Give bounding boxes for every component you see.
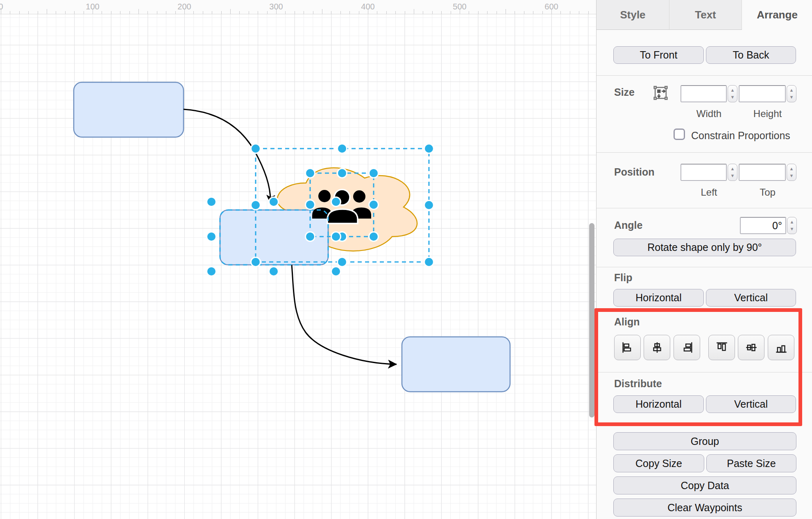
width-caption: Width (680, 108, 737, 120)
angle-input[interactable]: 0° (740, 217, 786, 234)
top-input[interactable] (739, 164, 786, 181)
section-divider (597, 372, 812, 372)
icon-box-handle[interactable] (306, 232, 315, 241)
paste-size-button[interactable]: Paste Size (706, 454, 796, 472)
rect-handle[interactable] (331, 267, 341, 276)
rect-handle[interactable] (207, 232, 216, 241)
flip-label: Flip (614, 272, 632, 284)
align-left-button[interactable] (614, 335, 641, 360)
rounded-rect-top-left[interactable] (74, 82, 184, 137)
tab-style[interactable]: Style (597, 0, 669, 30)
angle-stepper[interactable]: ▲▼ (787, 217, 797, 234)
height-caption: Height (739, 108, 796, 120)
distribute-label: Distribute (614, 378, 662, 390)
to-back-button[interactable]: To Back (706, 46, 796, 64)
align-label: Align (614, 316, 640, 328)
rounded-rect-bottom-right[interactable] (402, 337, 510, 392)
section-divider (597, 208, 812, 208)
align-top-button[interactable] (708, 335, 735, 360)
diagram-canvas[interactable]: 0100200300400500600 (0, 0, 596, 519)
connector-arrow-2[interactable] (292, 265, 397, 364)
diagram-layer (0, 0, 596, 519)
rect-handle[interactable] (207, 197, 216, 207)
constrain-proportions-checkbox[interactable] (674, 129, 685, 140)
rotate-90-button[interactable]: Rotate shape only by 90° (613, 239, 796, 256)
outer-box-handle[interactable] (251, 201, 261, 210)
angle-label: Angle (614, 219, 642, 231)
rect-handle[interactable] (207, 267, 216, 276)
align-center-horizontal-button[interactable] (644, 335, 670, 360)
rect-handle[interactable] (331, 197, 341, 207)
tab-text[interactable]: Text (669, 0, 742, 30)
rect-handle[interactable] (269, 267, 279, 276)
to-front-button[interactable]: To Front (613, 46, 704, 64)
distribute-horizontal-button[interactable]: Horizontal (613, 395, 704, 413)
icon-box-handle[interactable] (369, 169, 379, 178)
position-label: Position (614, 166, 655, 178)
clear-waypoints-button[interactable]: Clear Waypoints (613, 499, 796, 517)
copy-data-button[interactable]: Copy Data (613, 476, 796, 494)
distribute-vertical-button[interactable]: Vertical (706, 395, 796, 413)
outer-box-handle[interactable] (338, 257, 347, 267)
flip-horizontal-button[interactable]: Horizontal (613, 289, 704, 307)
section-divider (597, 75, 812, 76)
align-right-button[interactable] (674, 335, 700, 360)
icon-box-handle[interactable] (338, 169, 347, 178)
resize-icon (652, 85, 669, 103)
height-input[interactable] (739, 85, 786, 102)
width-stepper[interactable]: ▲▼ (728, 85, 737, 102)
size-label: Size (614, 86, 635, 98)
outer-box-handle[interactable] (251, 257, 261, 267)
icon-box-handle[interactable] (306, 200, 315, 210)
vertical-scrollbar[interactable] (589, 223, 594, 417)
left-input[interactable] (680, 164, 727, 181)
format-panel: Style Text Arrange To Front To Back Size… (596, 0, 812, 519)
outer-box-handle[interactable] (251, 144, 261, 153)
left-stepper[interactable]: ▲▼ (728, 164, 737, 181)
icon-box-handle[interactable] (306, 169, 315, 178)
flip-vertical-button[interactable]: Vertical (706, 289, 796, 307)
group-button[interactable]: Group (613, 432, 796, 450)
outer-box-handle[interactable] (424, 144, 434, 153)
align-bottom-button[interactable] (768, 335, 794, 360)
icon-box-handle[interactable] (369, 232, 379, 241)
rect-handle[interactable] (269, 197, 279, 207)
icon-box-handle[interactable] (369, 200, 379, 210)
tab-arrange[interactable]: Arrange (742, 0, 812, 30)
outer-box-handle[interactable] (424, 201, 434, 210)
rect-handle[interactable] (331, 232, 341, 241)
top-stepper[interactable]: ▲▼ (787, 164, 796, 181)
width-input[interactable] (680, 85, 727, 102)
connector-arrow-1[interactable] (184, 109, 270, 203)
top-caption: Top (739, 187, 796, 198)
section-divider (597, 267, 812, 267)
section-divider (597, 152, 812, 153)
constrain-proportions-label: Constrain Proportions (691, 130, 790, 142)
align-middle-button[interactable] (738, 335, 764, 360)
copy-size-button[interactable]: Copy Size (613, 454, 704, 472)
height-stepper[interactable]: ▲▼ (787, 85, 796, 102)
outer-box-handle[interactable] (424, 257, 434, 267)
left-caption: Left (680, 187, 737, 198)
outer-box-handle[interactable] (338, 144, 347, 153)
